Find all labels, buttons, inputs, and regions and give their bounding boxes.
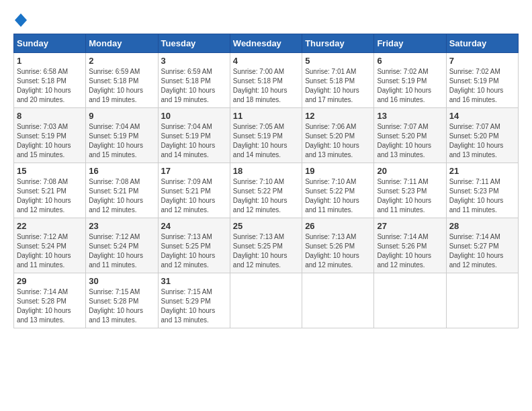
day-number: 22 [17,221,83,231]
day-number: 18 [233,166,299,176]
calendar-cell: 18Sunrise: 7:10 AM Sunset: 5:22 PM Dayli… [230,163,302,218]
calendar-cell: 13Sunrise: 7:07 AM Sunset: 5:20 PM Dayli… [374,108,446,163]
day-info: Sunrise: 7:14 AM Sunset: 5:26 PM Dayligh… [377,232,443,270]
day-info: Sunrise: 7:13 AM Sunset: 5:25 PM Dayligh… [233,232,299,270]
logo-icon [15,13,27,27]
calendar-week-row: 1Sunrise: 6:58 AM Sunset: 5:18 PM Daylig… [14,53,519,108]
day-number: 2 [89,56,154,66]
day-number: 7 [449,56,515,66]
day-number: 8 [17,111,83,121]
day-info: Sunrise: 7:07 AM Sunset: 5:20 PM Dayligh… [377,122,443,160]
day-number: 30 [89,276,154,286]
calendar-cell: 7Sunrise: 7:02 AM Sunset: 5:19 PM Daylig… [446,53,518,108]
day-info: Sunrise: 7:14 AM Sunset: 5:27 PM Dayligh… [449,232,515,270]
day-info: Sunrise: 7:11 AM Sunset: 5:23 PM Dayligh… [449,177,515,215]
weekday-header-sunday: Sunday [14,34,86,53]
day-info: Sunrise: 7:04 AM Sunset: 5:19 PM Dayligh… [89,122,154,160]
calendar-cell: 17Sunrise: 7:09 AM Sunset: 5:21 PM Dayli… [158,163,230,218]
day-number: 9 [89,111,154,121]
day-info: Sunrise: 7:11 AM Sunset: 5:23 PM Dayligh… [377,177,443,215]
day-number: 24 [161,221,227,231]
calendar-cell: 11Sunrise: 7:05 AM Sunset: 5:19 PM Dayli… [230,108,302,163]
day-info: Sunrise: 7:15 AM Sunset: 5:28 PM Dayligh… [89,287,154,325]
calendar-header [13,13,519,27]
day-number: 21 [449,166,515,176]
weekday-header-tuesday: Tuesday [158,34,230,53]
weekday-header-wednesday: Wednesday [230,34,302,53]
day-info: Sunrise: 7:01 AM Sunset: 5:18 PM Dayligh… [305,67,371,105]
calendar-week-row: 15Sunrise: 7:08 AM Sunset: 5:21 PM Dayli… [14,163,519,218]
calendar-cell [446,273,518,328]
day-info: Sunrise: 7:13 AM Sunset: 5:26 PM Dayligh… [305,232,371,270]
day-number: 23 [89,221,154,231]
calendar-cell: 21Sunrise: 7:11 AM Sunset: 5:23 PM Dayli… [446,163,518,218]
calendar-cell: 25Sunrise: 7:13 AM Sunset: 5:25 PM Dayli… [230,218,302,273]
calendar-cell: 30Sunrise: 7:15 AM Sunset: 5:28 PM Dayli… [86,273,158,328]
calendar-cell [230,273,302,328]
calendar-cell: 26Sunrise: 7:13 AM Sunset: 5:26 PM Dayli… [302,218,374,273]
day-number: 5 [305,56,371,66]
calendar-table: SundayMondayTuesdayWednesdayThursdayFrid… [13,34,519,328]
day-number: 17 [161,166,227,176]
day-info: Sunrise: 6:58 AM Sunset: 5:18 PM Dayligh… [17,67,83,105]
logo [13,13,27,27]
day-number: 20 [377,166,443,176]
day-number: 13 [377,111,443,121]
weekday-header-saturday: Saturday [446,34,518,53]
day-info: Sunrise: 7:12 AM Sunset: 5:24 PM Dayligh… [89,232,154,270]
day-number: 6 [377,56,443,66]
day-number: 15 [17,166,83,176]
day-info: Sunrise: 7:08 AM Sunset: 5:21 PM Dayligh… [89,177,154,215]
calendar-cell: 27Sunrise: 7:14 AM Sunset: 5:26 PM Dayli… [374,218,446,273]
day-info: Sunrise: 7:13 AM Sunset: 5:25 PM Dayligh… [161,232,227,270]
day-info: Sunrise: 7:08 AM Sunset: 5:21 PM Dayligh… [17,177,83,215]
day-info: Sunrise: 7:04 AM Sunset: 5:19 PM Dayligh… [161,122,227,160]
day-info: Sunrise: 6:59 AM Sunset: 5:18 PM Dayligh… [161,67,227,105]
calendar-cell: 9Sunrise: 7:04 AM Sunset: 5:19 PM Daylig… [86,108,158,163]
svg-marker-0 [15,13,27,27]
day-number: 19 [305,166,371,176]
calendar-cell [302,273,374,328]
weekday-header-row: SundayMondayTuesdayWednesdayThursdayFrid… [14,34,519,53]
day-info: Sunrise: 7:15 AM Sunset: 5:29 PM Dayligh… [161,287,227,325]
day-info: Sunrise: 7:12 AM Sunset: 5:24 PM Dayligh… [17,232,83,270]
day-number: 10 [161,111,227,121]
calendar-cell: 24Sunrise: 7:13 AM Sunset: 5:25 PM Dayli… [158,218,230,273]
day-number: 27 [377,221,443,231]
day-info: Sunrise: 7:10 AM Sunset: 5:22 PM Dayligh… [233,177,299,215]
day-number: 16 [89,166,154,176]
calendar-cell: 10Sunrise: 7:04 AM Sunset: 5:19 PM Dayli… [158,108,230,163]
weekday-header-thursday: Thursday [302,34,374,53]
calendar-cell: 14Sunrise: 7:07 AM Sunset: 5:20 PM Dayli… [446,108,518,163]
calendar-week-row: 29Sunrise: 7:14 AM Sunset: 5:28 PM Dayli… [14,273,519,328]
day-info: Sunrise: 7:03 AM Sunset: 5:19 PM Dayligh… [17,122,83,160]
calendar-cell: 5Sunrise: 7:01 AM Sunset: 5:18 PM Daylig… [302,53,374,108]
day-number: 14 [449,111,515,121]
day-number: 4 [233,56,299,66]
day-number: 31 [161,276,227,286]
calendar-cell: 1Sunrise: 6:58 AM Sunset: 5:18 PM Daylig… [14,53,86,108]
calendar-cell: 23Sunrise: 7:12 AM Sunset: 5:24 PM Dayli… [86,218,158,273]
day-info: Sunrise: 6:59 AM Sunset: 5:18 PM Dayligh… [89,67,154,105]
day-info: Sunrise: 7:10 AM Sunset: 5:22 PM Dayligh… [305,177,371,215]
calendar-cell: 2Sunrise: 6:59 AM Sunset: 5:18 PM Daylig… [86,53,158,108]
day-number: 25 [233,221,299,231]
day-number: 11 [233,111,299,121]
day-info: Sunrise: 7:14 AM Sunset: 5:28 PM Dayligh… [17,287,83,325]
day-info: Sunrise: 7:02 AM Sunset: 5:19 PM Dayligh… [449,67,515,105]
calendar-cell: 3Sunrise: 6:59 AM Sunset: 5:18 PM Daylig… [158,53,230,108]
calendar-cell [374,273,446,328]
calendar-week-row: 22Sunrise: 7:12 AM Sunset: 5:24 PM Dayli… [14,218,519,273]
day-info: Sunrise: 7:02 AM Sunset: 5:19 PM Dayligh… [377,67,443,105]
day-info: Sunrise: 7:06 AM Sunset: 5:20 PM Dayligh… [305,122,371,160]
calendar-cell: 16Sunrise: 7:08 AM Sunset: 5:21 PM Dayli… [86,163,158,218]
calendar-cell: 8Sunrise: 7:03 AM Sunset: 5:19 PM Daylig… [14,108,86,163]
calendar-cell: 22Sunrise: 7:12 AM Sunset: 5:24 PM Dayli… [14,218,86,273]
calendar-cell: 29Sunrise: 7:14 AM Sunset: 5:28 PM Dayli… [14,273,86,328]
calendar-body: 1Sunrise: 6:58 AM Sunset: 5:18 PM Daylig… [14,53,519,328]
calendar-cell: 4Sunrise: 7:00 AM Sunset: 5:18 PM Daylig… [230,53,302,108]
day-number: 3 [161,56,227,66]
day-info: Sunrise: 7:00 AM Sunset: 5:18 PM Dayligh… [233,67,299,105]
calendar-cell: 20Sunrise: 7:11 AM Sunset: 5:23 PM Dayli… [374,163,446,218]
day-info: Sunrise: 7:09 AM Sunset: 5:21 PM Dayligh… [161,177,227,215]
